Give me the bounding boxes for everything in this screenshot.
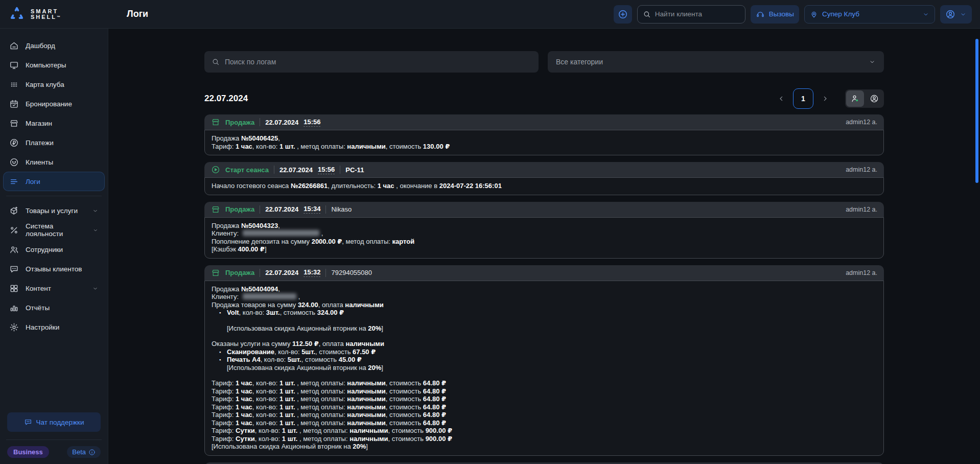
log-user: admin12 a. xyxy=(846,119,877,126)
log-time[interactable]: 15:32 xyxy=(304,268,320,277)
feedback-icon xyxy=(9,264,19,274)
category-select[interactable]: Все категории xyxy=(548,51,884,73)
sidebar-item-club-map[interactable]: Карта клуба xyxy=(3,75,105,94)
log-entry: Продление сеанса 22.07.2024 15:32 792940… xyxy=(204,462,884,464)
text: [Использована скидка Акционный вторник н… xyxy=(212,443,353,450)
sidebar-item-loyalty[interactable]: Система лояльности xyxy=(3,220,105,240)
sidebar-item-settings[interactable]: Настройки xyxy=(3,317,105,337)
log-entry-header: Продажа 22.07.2024 15:34 Nikaso admin12 … xyxy=(204,202,884,217)
log-body-line: Тариф: 1 час, кол-во: 1 шт. , метод опла… xyxy=(212,143,877,151)
sidebar-item-payments[interactable]: Платежи xyxy=(3,133,105,152)
text: Клиенту: xyxy=(212,229,241,237)
brand-logo[interactable]: SMART SHELL™ xyxy=(8,6,100,23)
emphasis-text: 1 час xyxy=(236,395,252,403)
emphasis-text: наличными xyxy=(349,427,388,434)
log-entries-list: Продажа 22.07.2024 15:56 admin12 a. Прод… xyxy=(204,114,884,464)
log-user: admin12 a. xyxy=(846,206,877,213)
sidebar-item-reports[interactable]: Отчёты xyxy=(3,298,105,317)
sidebar-item-shop[interactable]: Магазин xyxy=(3,113,105,133)
sidebar-item-label: Дашборд xyxy=(26,42,55,50)
emphasis-text: 900.00 ₽ xyxy=(426,435,452,443)
log-filters: Все категории xyxy=(204,51,884,73)
location-pin-icon xyxy=(810,10,818,18)
sidebar-item-label: Магазин xyxy=(26,120,52,127)
text: Тариф: xyxy=(212,143,236,150)
log-user: admin12 a. xyxy=(846,269,877,276)
club-selector[interactable]: Супер Клуб xyxy=(804,5,935,24)
scrollbar-thumb[interactable] xyxy=(975,39,978,183)
emphasis-text: 64.80 ₽ xyxy=(423,411,446,419)
search-icon xyxy=(643,10,651,18)
sidebar-item-goods[interactable]: Товары и услуги xyxy=(3,201,105,220)
sidebar-item-label: Система лояльности xyxy=(26,222,86,238)
emphasis-text: 324.00 xyxy=(298,301,318,309)
text: Продажа xyxy=(212,285,241,293)
text: , метод оплаты: xyxy=(297,387,347,395)
emphasis-text: 64.80 ₽ xyxy=(423,403,446,411)
log-entry: Продажа 22.07.2024 15:32 79294055080 adm… xyxy=(204,265,884,456)
emphasis-text: 20% xyxy=(353,443,366,450)
chevron-down-icon xyxy=(960,11,967,18)
sidebar-item-feedback[interactable]: Отзывы клиентов xyxy=(3,259,105,279)
emphasis-text: 1 час xyxy=(236,379,252,387)
log-time[interactable]: 15:56 xyxy=(318,166,335,174)
emphasis-text: наличными xyxy=(347,403,385,411)
log-time[interactable]: 15:56 xyxy=(304,118,320,127)
support-chat-button[interactable]: Чат поддержки xyxy=(7,412,101,432)
profile-menu-button[interactable] xyxy=(940,5,972,24)
emphasis-text: 20% xyxy=(368,324,381,332)
sidebar-item-clients[interactable]: Клиенты xyxy=(3,152,105,172)
text: , кол-во: xyxy=(255,427,282,434)
sidebar-item-staff[interactable]: Сотрудники xyxy=(3,240,105,259)
emphasis-text: 1 час xyxy=(236,411,252,419)
text: , стоимость xyxy=(315,348,353,356)
sidebar-item-dashboard[interactable]: Дашборд xyxy=(3,36,105,55)
emphasis-text: 1 час xyxy=(236,403,252,411)
log-type-label: Продажа xyxy=(225,269,254,276)
sidebar-item-content[interactable]: Контент xyxy=(3,279,105,298)
beta-badge[interactable]: Beta xyxy=(67,446,101,458)
text: , кол-во: xyxy=(252,419,279,427)
log-body-line: Клиенту: , xyxy=(212,229,877,238)
next-page-button[interactable] xyxy=(819,92,832,105)
page-number-button[interactable]: 1 xyxy=(793,88,813,109)
sidebar-item-computers[interactable]: Компьютеры xyxy=(3,55,105,75)
text: , кол-во: xyxy=(261,356,288,363)
emphasis-text: 1 час xyxy=(378,182,394,190)
sidebar-item-logs[interactable]: Логи xyxy=(3,172,105,191)
sidebar-item-booking[interactable]: Бронирование xyxy=(3,94,105,113)
filter-by-employee-button[interactable] xyxy=(846,90,864,107)
text: , xyxy=(278,134,280,142)
log-body-line: Оказаны услуги на сумму 112.50 ₽, оплата… xyxy=(212,340,877,348)
prev-page-button[interactable] xyxy=(775,92,788,105)
emphasis-text: 67.50 ₽ xyxy=(353,348,376,356)
chevron-down-icon xyxy=(922,11,929,18)
dashboard-icon xyxy=(9,41,19,51)
blank-line xyxy=(212,372,877,379)
reports-icon xyxy=(9,303,19,313)
text: , стоимость xyxy=(386,403,423,411)
text: Тариф: xyxy=(212,427,236,434)
text: , xyxy=(321,229,323,237)
add-client-button[interactable] xyxy=(614,5,632,24)
log-time[interactable]: 15:34 xyxy=(304,205,320,214)
client-search-input[interactable] xyxy=(655,10,740,18)
text: Тариф: xyxy=(212,403,236,411)
text: Тариф: xyxy=(212,395,236,403)
emphasis-text: 45.00 ₽ xyxy=(339,356,362,363)
text: , кол-во: xyxy=(252,387,279,395)
log-search-input[interactable] xyxy=(225,58,531,66)
support-chat-label: Чат поддержки xyxy=(36,419,84,426)
log-body-line: Тариф: 1 час, кол-во: 1 шт. , метод опла… xyxy=(212,403,877,411)
divider xyxy=(260,118,260,126)
filter-all-users-button[interactable] xyxy=(865,90,883,107)
search-icon xyxy=(212,58,220,66)
calls-button[interactable]: Вызовы xyxy=(751,5,799,24)
sidebar-divider xyxy=(6,196,102,196)
text: , метод оплаты: xyxy=(299,427,349,434)
emphasis-text: №50404323 xyxy=(241,222,278,229)
emphasis-text: №50404094 xyxy=(241,285,278,293)
topbar-actions: Вызовы Супер Клуб xyxy=(614,5,972,24)
blank-line xyxy=(212,332,877,340)
log-entry-body: Начало гостевого сеанса №26266861, длите… xyxy=(204,177,884,195)
